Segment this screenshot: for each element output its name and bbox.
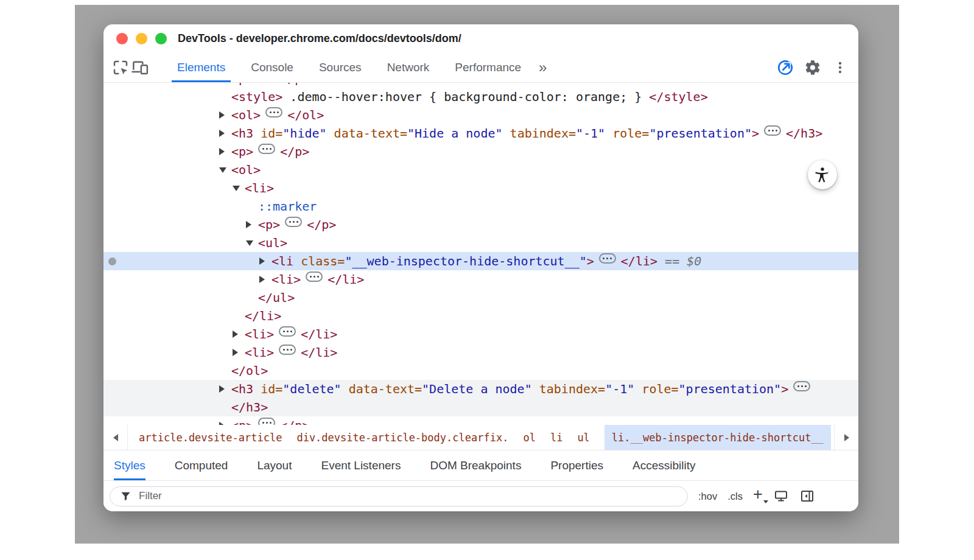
ellipsis-expand-button[interactable] [285, 217, 302, 227]
dom-tree-row[interactable]: </li> [103, 307, 858, 325]
breadcrumb-item[interactable]: ol [523, 425, 535, 450]
dom-tree-row[interactable]: <p></p> [103, 83, 858, 88]
expand-arrow-icon[interactable] [219, 422, 225, 425]
zoom-window-button[interactable] [155, 33, 167, 44]
dom-tree-row[interactable]: <p></p> [103, 142, 858, 161]
dom-attr-text: data-text= [327, 126, 407, 141]
sidebar-tab-properties[interactable]: Properties [550, 450, 603, 480]
tab-network[interactable]: Network [374, 52, 443, 82]
dom-tree-row[interactable]: </ol> [103, 362, 858, 380]
dom-tree-row[interactable]: <h3 id="delete" data-text="Delete a node… [103, 380, 858, 398]
collapse-arrow-icon[interactable] [219, 167, 226, 173]
expand-arrow-icon[interactable] [233, 331, 238, 338]
expand-arrow-icon[interactable] [246, 221, 251, 228]
more-options-kebab-icon[interactable] [830, 58, 850, 77]
ellipsis-expand-button[interactable] [599, 253, 616, 264]
dom-value-text: "-1" [576, 126, 605, 141]
element-classes-button[interactable]: .cls [727, 491, 743, 502]
styles-filter-bar: :hov .cls + [103, 481, 858, 511]
caret-down-icon [763, 500, 768, 503]
dom-tree-row[interactable]: <li></li> [103, 270, 858, 289]
breadcrumb-item[interactable]: li.__web-inspector-hide-shortcut__ [604, 425, 831, 450]
breadcrumb-item[interactable]: ul [577, 425, 589, 450]
sidebar-tab-dom-breakpoints[interactable]: DOM Breakpoints [430, 450, 521, 480]
dom-value-text: "__web-inspector-hide-shortcut__" [345, 254, 586, 268]
dom-tree-rows: <p></p><style> .demo--hover:hover { back… [103, 83, 858, 425]
expand-arrow-icon[interactable] [219, 130, 225, 137]
dom-tag-text: </h3> [231, 400, 268, 415]
plus-icon: + [753, 485, 763, 503]
dom-tag-text: <li> [245, 345, 274, 360]
dom-tag-text: <p> [258, 217, 280, 232]
ellipsis-expand-button[interactable] [258, 418, 275, 425]
minimize-window-button[interactable] [136, 33, 147, 44]
dom-tree-row[interactable]: </h3> [103, 398, 858, 416]
device-toolbar-icon[interactable] [130, 58, 150, 77]
settings-gear-icon[interactable] [803, 58, 822, 77]
dom-tag-text: <h3 [231, 382, 253, 396]
ellipsis-expand-button[interactable] [265, 107, 282, 117]
dom-tree-row[interactable]: <p></p> [103, 215, 858, 234]
expand-arrow-icon[interactable] [219, 148, 225, 155]
dom-tree-row[interactable]: <h3 id="hide" data-text="Hide a node" ta… [103, 124, 858, 142]
sidebar-tab-styles[interactable]: Styles [114, 450, 145, 480]
accessibility-person-icon [814, 166, 831, 183]
breadcrumb-item[interactable]: li [550, 425, 562, 450]
ellipsis-expand-button[interactable] [306, 271, 323, 282]
breadcrumb-item[interactable]: article.devsite-article [139, 425, 282, 450]
tab-console[interactable]: Console [238, 52, 306, 82]
dom-tree-row[interactable]: <li></li> [103, 325, 858, 343]
toolbar-right-actions [776, 58, 858, 77]
expand-arrow-icon[interactable] [259, 257, 265, 265]
inspect-element-icon[interactable] [111, 58, 130, 77]
dom-tree-row[interactable]: <p></p> [103, 416, 858, 425]
sidebar-tab-accessibility[interactable]: Accessibility [632, 450, 695, 480]
dom-tag-text: <ol> [231, 163, 261, 177]
dom-tree-row[interactable]: <style> .demo--hover:hover { background-… [103, 88, 858, 106]
expand-arrow-icon[interactable] [219, 385, 225, 393]
breadcrumb-item[interactable]: div.devsite-article-body.clearfix. [296, 425, 508, 450]
collapse-arrow-icon[interactable] [233, 186, 240, 191]
collapse-arrow-icon[interactable] [246, 240, 253, 246]
styles-filter-input[interactable] [139, 490, 680, 502]
dom-attr-text: class= [293, 254, 345, 268]
breadcrumb-scroll-right-button[interactable] [834, 425, 858, 450]
dom-tree-row[interactable]: <li class="__web-inspector-hide-shortcut… [103, 252, 858, 270]
dom-tree-row[interactable]: <li></li> [103, 343, 858, 362]
more-tabs-icon[interactable]: » [534, 59, 552, 76]
monitor-icon[interactable] [773, 488, 789, 504]
sidebar-tab-computed[interactable]: Computed [175, 450, 228, 480]
expand-arrow-icon[interactable] [233, 349, 238, 356]
sidebar-tab-layout[interactable]: Layout [257, 450, 292, 480]
ellipsis-expand-button[interactable] [764, 125, 781, 136]
toggle-element-state-button[interactable]: :hov [698, 491, 717, 502]
dom-tree-row[interactable]: <ol></ol> [103, 106, 858, 124]
tab-elements[interactable]: Elements [164, 52, 238, 82]
dom-tree-row[interactable]: <ul> [103, 234, 858, 252]
filter-funnel-icon [117, 488, 133, 504]
tab-sources[interactable]: Sources [306, 52, 374, 82]
dom-tree-row[interactable]: </ul> [103, 289, 858, 307]
ellipsis-expand-button[interactable] [279, 326, 296, 337]
close-window-button[interactable] [116, 33, 128, 44]
dom-tree-row[interactable]: <li> [103, 179, 858, 197]
tab-performance[interactable]: Performance [442, 52, 534, 82]
dom-tag-text: </li> [621, 254, 657, 268]
accessibility-overlay-button[interactable] [808, 160, 837, 189]
dock-sidebar-icon[interactable] [799, 488, 815, 504]
window-controls [116, 33, 167, 44]
ellipsis-expand-button[interactable] [258, 144, 275, 154]
sidebar-tab-event-listeners[interactable]: Event Listeners [321, 450, 401, 480]
new-style-rule-button[interactable]: + [753, 485, 763, 504]
styles-filter-field[interactable] [110, 486, 688, 506]
breadcrumb-scroll-left-button[interactable] [103, 425, 128, 450]
ellipsis-expand-button[interactable] [279, 345, 296, 355]
pick-element-icon[interactable] [776, 58, 795, 77]
dom-tree-row[interactable]: <ol> [103, 161, 858, 179]
ellipsis-expand-button[interactable] [793, 381, 810, 391]
dom-tag-text: <li> [245, 181, 274, 195]
expand-arrow-icon[interactable] [219, 111, 225, 119]
expand-arrow-icon[interactable] [259, 276, 265, 283]
dom-tag-text: > [752, 126, 759, 141]
dom-tree-row[interactable]: ::marker [103, 197, 858, 215]
